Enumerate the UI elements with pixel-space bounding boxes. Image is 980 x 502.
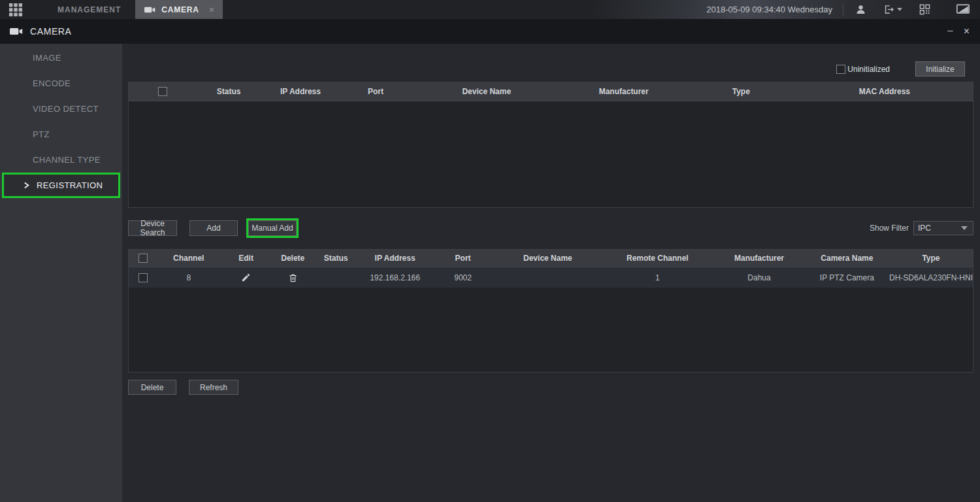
select-all-checkbox[interactable]	[139, 254, 148, 263]
qr-code-icon[interactable]	[919, 4, 930, 15]
window-title: CAMERA	[30, 26, 72, 37]
sidebar-item-ptz[interactable]: PTZ	[0, 122, 122, 147]
tab-management[interactable]: MANAGEMENT	[44, 0, 134, 19]
delete-row-button[interactable]	[272, 273, 314, 283]
cell-ip-address: 192.168.2.166	[358, 273, 431, 282]
cell-channel: 8	[157, 273, 220, 282]
user-account-icon[interactable]	[855, 4, 866, 15]
column-header-device-name: Device Name	[412, 87, 562, 96]
column-header-status: Status	[314, 254, 358, 263]
logout-caret-icon	[897, 8, 902, 11]
initialize-button[interactable]: Initialize	[915, 61, 965, 76]
sidebar-item-registration[interactable]: REGISTRATION	[2, 173, 120, 198]
sidebar-item-label: ENCODE	[33, 78, 71, 88]
camera-icon	[144, 6, 155, 14]
show-filter-label: Show Filter	[870, 224, 909, 233]
manual-add-highlight: Manual Add	[246, 218, 299, 238]
datetime-display: 2018-05-09 09:34:40 Wednesday	[706, 5, 832, 14]
device-search-table-header: Status IP Address Port Device Name Manuf…	[129, 82, 973, 101]
window-title-bar: CAMERA – ×	[0, 19, 980, 44]
sidebar: IMAGE ENCODE VIDEO DETECT PTZ CHANNEL TY…	[0, 44, 122, 502]
manual-add-button[interactable]: Manual Add	[248, 220, 297, 236]
pencil-icon	[241, 273, 251, 282]
sidebar-item-label: CHANNEL TYPE	[33, 155, 101, 165]
column-header-port: Port	[340, 87, 412, 96]
trash-icon	[288, 273, 298, 283]
column-header-type: Type	[686, 87, 796, 96]
refresh-button[interactable]: Refresh	[189, 380, 238, 395]
sidebar-item-label: VIDEO DETECT	[33, 104, 99, 114]
column-header-manufacturer: Manufacturer	[562, 87, 686, 96]
row-checkbox[interactable]	[139, 273, 148, 282]
column-header-ip-address: IP Address	[261, 87, 340, 96]
tab-camera[interactable]: CAMERA ×	[135, 0, 222, 19]
add-button[interactable]: Add	[189, 220, 238, 236]
show-filter: Show Filter IPC	[870, 221, 973, 235]
camera-management-app: MANAGEMENT CAMERA × 2018-05-09 09:34:40 …	[0, 0, 980, 502]
topbar-right-cluster: 2018-05-09 09:34:40 Wednesday	[706, 4, 980, 16]
column-header-port: Port	[432, 254, 495, 263]
system-top-bar: MANAGEMENT CAMERA × 2018-05-09 09:34:40 …	[0, 0, 980, 19]
initialize-controls: Uninitialized Initialize	[836, 61, 965, 76]
column-header-camera-name: Camera Name	[805, 254, 889, 263]
tab-management-label: MANAGEMENT	[57, 5, 121, 14]
cell-port: 9002	[432, 273, 495, 282]
minimize-button[interactable]: –	[947, 25, 953, 35]
chevron-down-icon	[961, 226, 968, 230]
column-header-channel: Channel	[157, 254, 220, 263]
topbar-divider	[843, 4, 843, 16]
column-header-mac-address: MAC Address	[796, 87, 973, 96]
column-header-type: Type	[889, 254, 973, 263]
sidebar-item-label: IMAGE	[33, 53, 61, 63]
show-filter-dropdown[interactable]: IPC	[913, 221, 973, 235]
window-camera-icon	[10, 27, 23, 36]
delete-button[interactable]: Delete	[128, 380, 176, 395]
cell-camera-name: IP PTZ Camera	[805, 273, 889, 282]
sidebar-item-image[interactable]: IMAGE	[0, 45, 122, 71]
chevron-right-icon	[24, 182, 29, 189]
device-search-button[interactable]: Device Search	[128, 220, 177, 236]
edit-button[interactable]	[220, 273, 272, 282]
sidebar-item-video-detect[interactable]: VIDEO DETECT	[0, 96, 122, 122]
table-row: 8 192.168.2.166	[129, 267, 973, 288]
device-search-table: Status IP Address Port Device Name Manuf…	[128, 82, 973, 208]
registration-panel: Uninitialized Initialize Status IP Addre…	[122, 44, 980, 502]
column-header-manufacturer: Manufacturer	[713, 254, 805, 263]
column-header-device-name: Device Name	[494, 254, 601, 263]
main-menu-grid-icon[interactable]	[8, 3, 23, 17]
close-button[interactable]: ×	[964, 26, 970, 37]
column-header-edit: Edit	[220, 254, 272, 263]
select-all-checkbox[interactable]	[158, 87, 167, 96]
logout-icon[interactable]	[883, 4, 902, 15]
uninitialized-label: Uninitialized	[847, 65, 890, 74]
column-header-delete: Delete	[272, 254, 314, 263]
uninitialized-checkbox[interactable]	[836, 65, 845, 74]
added-devices-table: Channel Edit Delete Status IP Address Po…	[128, 249, 973, 373]
tab-camera-label: CAMERA	[161, 5, 199, 14]
display-output-icon[interactable]	[956, 4, 970, 15]
column-header-remote-channel: Remote Channel	[601, 254, 713, 263]
sidebar-item-label: REGISTRATION	[37, 180, 103, 190]
cell-type: DH-SD6ALA230FN-HNI	[889, 273, 973, 282]
show-filter-value: IPC	[914, 224, 961, 233]
sidebar-item-label: PTZ	[33, 129, 50, 139]
added-devices-table-header: Channel Edit Delete Status IP Address Po…	[129, 250, 973, 267]
tab-close-icon[interactable]: ×	[209, 5, 215, 14]
sidebar-item-channel-type[interactable]: CHANNEL TYPE	[0, 147, 122, 173]
column-header-status: Status	[196, 87, 261, 96]
cell-manufacturer: Dahua	[713, 273, 805, 282]
column-header-ip-address: IP Address	[358, 254, 431, 263]
cell-remote-channel: 1	[601, 273, 713, 282]
sidebar-item-encode[interactable]: ENCODE	[0, 71, 122, 96]
